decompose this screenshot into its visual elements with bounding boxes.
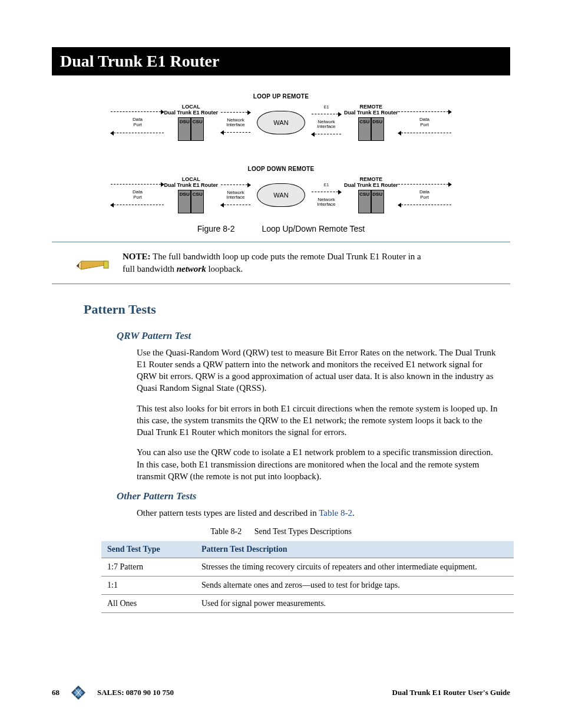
arrow-right-icon xyxy=(111,184,164,185)
subheading-qrw: QRW Pattern Test xyxy=(117,330,510,342)
arrow-right-icon xyxy=(221,185,250,186)
body-paragraph: Use the Quasi-Random Word (QRW) test to … xyxy=(137,347,500,394)
pencil-icon xyxy=(75,252,113,272)
page-footer: 68 SALES: 0870 90 10 750 Dual Trunk E1 R… xyxy=(52,684,510,701)
table-caption: Table 8-2 Send Test Types Descriptions xyxy=(52,527,510,536)
netif-label: NetworkInterface xyxy=(317,120,335,129)
body-paragraph: This test also looks for bit errors in b… xyxy=(137,403,500,439)
arrow-left-icon xyxy=(398,133,451,134)
figure-caption: Figure 8-2 Loop Up/Down Remote Test xyxy=(197,224,365,233)
body-paragraph: You can also use the QRW code to isolate… xyxy=(137,446,500,482)
local-unit: LOCALDual Trunk E1 Router DSU CSU xyxy=(164,104,218,141)
dsu-box: DSU xyxy=(371,117,384,141)
loop-down-row: DataPort LOCALDual Trunk E1 Router DSU C… xyxy=(111,177,451,213)
table-row: All Ones Used for signal power measureme… xyxy=(101,595,514,613)
body-paragraph: Other pattern tests types are listed and… xyxy=(137,507,500,519)
data-port-label: DataPort xyxy=(419,117,429,128)
csu-box: CSU xyxy=(358,117,371,141)
svg-rect-3 xyxy=(104,261,108,268)
csu-box: CSU xyxy=(191,117,204,141)
arrow-left-icon xyxy=(398,205,451,206)
note-block: NOTE: The full bandwidth loop up code pu… xyxy=(52,242,510,284)
loop-diagram: LOOP UP REMOTE DataPort LOCALDual Trunk … xyxy=(52,90,510,242)
page-title: Dual Trunk E1 Router xyxy=(60,52,219,70)
arrow-left-icon xyxy=(111,133,164,134)
left-arrows: DataPort xyxy=(111,107,164,139)
col-header-desc: Pattern Test Description xyxy=(196,541,514,558)
table-row: 1:1 Sends alternate ones and zeros—used … xyxy=(101,577,514,595)
arrow-left-icon xyxy=(221,132,250,133)
loop-up-title: LOOP UP REMOTE xyxy=(253,93,309,100)
e1-label: E1 xyxy=(324,105,329,109)
col-header-type: Send Test Type xyxy=(101,541,196,558)
arrow-right-icon xyxy=(312,114,341,115)
arrow-left-icon xyxy=(111,205,164,206)
wan-cloud: WAN xyxy=(257,111,305,134)
arrow-right-icon xyxy=(398,184,451,185)
sales-text: SALES: 0870 90 10 750 xyxy=(97,688,174,697)
subheading-other: Other Pattern Tests xyxy=(117,490,510,502)
arrow-right-icon xyxy=(111,111,164,113)
arrow-right-icon xyxy=(312,192,341,193)
page-title-bar: Dual Trunk E1 Router xyxy=(52,47,510,75)
send-test-table: Send Test Type Pattern Test Description … xyxy=(101,541,514,613)
table-header-row: Send Test Type Pattern Test Description xyxy=(101,541,514,558)
loop-down-title: LOOP DOWN REMOTE xyxy=(248,166,315,172)
divider xyxy=(52,284,510,284)
diamond-logo-icon xyxy=(68,684,89,701)
section-heading-pattern-tests: Pattern Tests xyxy=(84,302,510,317)
dsu-box: DSU xyxy=(178,117,191,141)
guide-title: Dual Trunk E1 Router User's Guide xyxy=(392,688,510,697)
loop-up-row: DataPort LOCALDual Trunk E1 Router DSU C… xyxy=(111,104,451,141)
remote-unit: REMOTEDual Trunk E1 Router CSU DSU xyxy=(344,104,398,141)
arrow-right-icon xyxy=(221,112,250,113)
page: Dual Trunk E1 Router LOOP UP REMOTE Data… xyxy=(0,0,562,728)
table-row: 1:7 Pattern Stresses the timing recovery… xyxy=(101,558,514,577)
arrow-right-icon xyxy=(398,111,451,113)
netif-label: NetworkInterface xyxy=(226,118,244,127)
data-port-label: DataPort xyxy=(133,117,143,128)
right-arrows: DataPort xyxy=(398,107,451,139)
note-text: NOTE: The full bandwidth loop up code pu… xyxy=(123,251,429,275)
arrow-left-icon xyxy=(221,205,250,206)
page-number: 68 xyxy=(52,688,59,697)
arrow-left-icon xyxy=(312,134,341,135)
table-link[interactable]: Table 8-2 xyxy=(319,508,352,518)
